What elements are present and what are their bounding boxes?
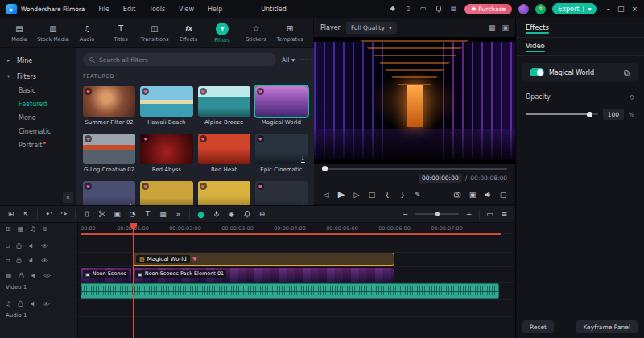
favorite-heart-icon[interactable]: ♥: [85, 88, 92, 95]
mark-out-button[interactable]: }: [398, 191, 407, 199]
mark-in-button[interactable]: {: [383, 191, 391, 199]
video-preview[interactable]: [314, 37, 515, 164]
marker-button[interactable]: ◈: [227, 208, 236, 220]
lock-icon[interactable]: [15, 242, 23, 249]
timeline-ruler[interactable]: 00:00 00:00:01:00 00:00:02:00 00:00:03:0…: [78, 223, 515, 234]
tab-media[interactable]: ▤ Media: [2, 23, 36, 43]
tab-effects-properties[interactable]: Effects: [526, 23, 549, 34]
speed-button[interactable]: ◔: [128, 208, 137, 220]
filter-thumbnail[interactable]: ♥: [198, 134, 250, 164]
sidebar-collapse-button[interactable]: «: [63, 192, 73, 203]
filter-thumbnail-partial[interactable]: ♥: [140, 181, 192, 205]
zoom-out-button[interactable]: −: [401, 208, 410, 220]
audio-tracks-icon[interactable]: ♫: [30, 225, 35, 233]
eye-icon[interactable]: [43, 300, 50, 307]
mute-speaker-icon[interactable]: [31, 272, 38, 279]
export-button[interactable]: Export ▾: [552, 3, 597, 14]
opacity-slider-knob[interactable]: [587, 112, 592, 117]
favorite-heart-icon[interactable]: ♥: [85, 135, 92, 142]
tab-stock-media[interactable]: ▥ Stock Media: [36, 23, 70, 43]
favorite-heart-icon[interactable]: ♥: [257, 135, 264, 142]
tab-templates[interactable]: ⊞ Templates: [273, 23, 307, 43]
split-scissors-button[interactable]: [97, 208, 106, 220]
play-button[interactable]: ▶: [337, 189, 345, 200]
timeline-playhead[interactable]: [133, 223, 134, 338]
crop-button[interactable]: ▣: [113, 208, 122, 220]
add-button[interactable]: ⊕: [258, 208, 266, 220]
menu-tools[interactable]: Tools: [144, 6, 170, 13]
select-tool-button[interactable]: ↖: [22, 208, 31, 220]
render-bell-button[interactable]: [242, 208, 251, 220]
sidebar-item-cinematic[interactable]: Cinematic: [0, 126, 76, 139]
eye-icon[interactable]: [41, 242, 48, 249]
credits-badge[interactable]: ↯: [535, 4, 546, 14]
opacity-slider[interactable]: [526, 113, 598, 115]
timeline-clip-neon-scenes[interactable]: ▣ Neon Scenes: [80, 267, 132, 282]
fit-timeline-button[interactable]: ▭: [485, 208, 494, 220]
manage-tracks-icon[interactable]: ⊞: [6, 225, 11, 233]
user-avatar[interactable]: [518, 4, 529, 14]
minimize-button[interactable]: –: [606, 5, 610, 13]
filter-thumbnail[interactable]: ♥: [140, 86, 192, 117]
timeline-zoom-knob[interactable]: [435, 212, 440, 216]
delete-button[interactable]: [82, 208, 91, 220]
panels-button[interactable]: ▦: [159, 208, 167, 220]
filter-thumbnail[interactable]: ♥: [140, 134, 192, 164]
favorite-heart-icon[interactable]: ♥: [142, 183, 149, 190]
ai-record-button[interactable]: ●: [196, 208, 205, 220]
favorite-heart-icon[interactable]: ♥: [200, 135, 207, 142]
tab-effects[interactable]: fx Effects: [171, 23, 205, 43]
purchase-button[interactable]: ◆ Purchase: [464, 4, 512, 14]
volume-button[interactable]: [484, 191, 492, 199]
menu-help[interactable]: Help: [203, 6, 227, 13]
opacity-value-field[interactable]: 100: [603, 109, 624, 120]
notification-bell-icon[interactable]: [434, 5, 443, 13]
filter-thumbnail[interactable]: ♥: [83, 134, 135, 164]
export-chevron-icon[interactable]: ▾: [588, 6, 591, 13]
sidebar-item-filters[interactable]: ▾ Filters: [0, 68, 76, 84]
favorite-heart-icon[interactable]: ♥: [257, 88, 264, 95]
video-tracks-icon[interactable]: ▦: [18, 225, 24, 233]
media-browser-button[interactable]: ⊞: [6, 208, 15, 220]
timeline-menu-button[interactable]: ≡: [500, 208, 509, 220]
tab-stickers[interactable]: ☆ Stickers: [239, 23, 273, 43]
copy-effect-icon[interactable]: [623, 69, 630, 76]
playback-progress-knob[interactable]: [322, 166, 328, 171]
mask-preview-icon[interactable]: ▣: [502, 24, 509, 31]
favorite-heart-icon[interactable]: ♥: [142, 135, 149, 142]
keyframe-diamond-icon[interactable]: ◇: [630, 93, 634, 101]
keyframe-panel-button[interactable]: Keyframe Panel: [576, 320, 638, 333]
filter-all-dropdown[interactable]: All ▾: [282, 56, 295, 64]
filter-thumbnail[interactable]: ♥ ↓: [255, 134, 308, 164]
snapshot-camera-button[interactable]: [453, 191, 461, 199]
voiceover-mic-button[interactable]: [212, 208, 221, 220]
tab-filters[interactable]: Filters: [205, 23, 239, 43]
timeline-tracks-area[interactable]: ▨ Magical World ♥ ▣ Neon Scenes ▣ Neon S…: [78, 236, 515, 338]
lock-icon[interactable]: [17, 300, 24, 307]
more-tools-button[interactable]: »: [174, 208, 183, 220]
lock-icon[interactable]: [18, 272, 25, 279]
favorite-heart-icon[interactable]: ♥: [85, 183, 92, 190]
sidebar-item-portrait[interactable]: Portrait: [0, 139, 76, 153]
favorite-heart-icon[interactable]: ♥: [142, 88, 149, 95]
sidebar-item-basic[interactable]: Basic: [0, 84, 76, 98]
mute-speaker-icon[interactable]: [28, 257, 35, 264]
timeline-clip-audio[interactable]: [80, 283, 499, 299]
tab-audio[interactable]: ♫ Audio: [70, 23, 104, 43]
fullscreen-button[interactable]: ▢: [499, 191, 507, 199]
mute-speaker-icon[interactable]: [28, 242, 35, 249]
favorite-heart-icon[interactable]: ♥: [200, 183, 207, 190]
filter-thumbnail-partial[interactable]: ♥ ↓: [83, 181, 135, 205]
more-options-button[interactable]: ⋯: [300, 56, 308, 64]
stop-button[interactable]: □: [368, 191, 376, 199]
eye-icon[interactable]: [43, 272, 51, 279]
undo-button[interactable]: ↶: [44, 208, 53, 220]
previous-frame-button[interactable]: ◁: [322, 191, 330, 199]
zoom-in-button[interactable]: +: [464, 208, 473, 220]
lock-icon[interactable]: [15, 257, 23, 264]
filter-thumbnail-partial[interactable]: ♥ ↓: [255, 181, 308, 205]
redo-button[interactable]: ↷: [60, 208, 68, 220]
favorite-heart-icon[interactable]: ♥: [200, 88, 207, 95]
playback-progress-bar[interactable]: [322, 168, 507, 170]
timeline-clip-neon-scenes-pack[interactable]: ▣ Neon Scenes Pack Element 01: [133, 267, 394, 282]
